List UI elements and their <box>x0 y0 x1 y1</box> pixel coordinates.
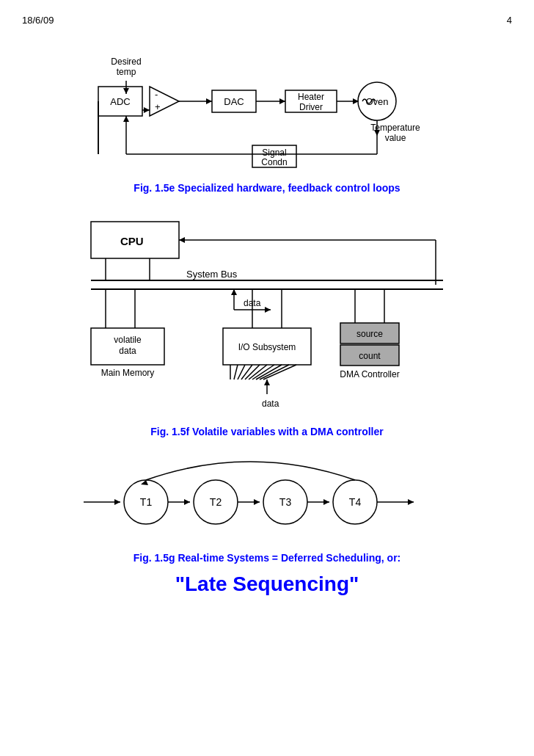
adc-label: ADC <box>110 96 130 107</box>
minus-sign: - <box>155 89 158 100</box>
data-bottom-label: data <box>262 399 279 409</box>
svg-marker-1 <box>123 88 129 94</box>
temp-value-label2: value <box>385 133 406 143</box>
fig1-svg: Desired temp - + DAC Heater Driver <box>76 37 458 176</box>
figure-1-5g: T1 T2 T3 T4 Fig. 1.5g Re <box>22 458 512 596</box>
figure-1-5f: CPU System Bus data volatile data Main M… <box>22 214 512 445</box>
page-number: 4 <box>507 15 512 26</box>
desired-temp-label: Desired <box>111 57 141 67</box>
t1-label: T1 <box>140 496 153 508</box>
figure-1-5e: Desired temp - + DAC Heater Driver <box>22 37 512 201</box>
t3-label: T3 <box>279 496 292 508</box>
dma-controller-label: DMA Controller <box>340 369 399 379</box>
cpu-label: CPU <box>120 235 144 247</box>
desired-temp-label2: temp <box>117 67 136 77</box>
svg-marker-2 <box>150 87 179 116</box>
fig2-svg: CPU System Bus data volatile data Main M… <box>76 214 458 420</box>
fig1-caption: Fig. 1.5e Specialized hardware, feedback… <box>134 182 400 194</box>
svg-line-45 <box>238 365 245 379</box>
plus-sign: + <box>155 101 161 112</box>
dac-label: DAC <box>224 96 244 107</box>
signal-condn-label: Signal <box>262 148 286 158</box>
t2-label: T2 <box>210 496 222 508</box>
svg-marker-72 <box>408 499 414 505</box>
svg-marker-58 <box>264 379 270 385</box>
volatile-data-label2: data <box>119 346 136 356</box>
fig1-diagram: Desired temp - + DAC Heater Driver <box>76 37 458 176</box>
signal-condn-label2: Condn <box>261 157 287 167</box>
svg-marker-60 <box>114 499 120 505</box>
io-subsystem-label: I/O Subsystem <box>238 342 296 352</box>
fig2-caption: Fig. 1.5f Volatile variables with a DMA … <box>150 426 383 437</box>
main-memory-label: Main Memory <box>101 368 155 378</box>
svg-marker-13 <box>374 130 380 136</box>
svg-line-44 <box>234 365 238 379</box>
svg-marker-66 <box>254 499 260 505</box>
heater-driver-label2: Driver <box>299 102 323 112</box>
svg-marker-17 <box>123 116 129 122</box>
svg-marker-69 <box>323 499 329 505</box>
oven-label: Oven <box>365 96 388 107</box>
source-label: source <box>356 329 383 339</box>
date-label: 18/6/09 <box>22 15 54 26</box>
late-sequencing-text: "Late Sequencing" <box>175 573 359 596</box>
fig3-svg: T1 T2 T3 T4 <box>76 458 428 546</box>
svg-marker-21 <box>144 107 150 113</box>
fig3-caption: Fig. 1.5g Real-time Systems = Deferred S… <box>134 552 401 564</box>
fig3-diagram: T1 T2 T3 T4 <box>76 458 458 546</box>
svg-marker-32 <box>179 237 185 243</box>
svg-marker-63 <box>184 499 190 505</box>
system-bus-label: System Bus <box>186 269 238 280</box>
t4-label: T4 <box>349 496 362 508</box>
count-label: count <box>359 351 381 361</box>
volatile-data-label: volatile <box>114 335 142 345</box>
svg-marker-34 <box>231 289 237 295</box>
svg-marker-4 <box>206 98 212 104</box>
heater-driver-label: Heater <box>298 92 324 102</box>
fig2-diagram: CPU System Bus data volatile data Main M… <box>76 214 458 420</box>
svg-marker-36 <box>265 307 271 313</box>
svg-marker-7 <box>279 98 285 104</box>
